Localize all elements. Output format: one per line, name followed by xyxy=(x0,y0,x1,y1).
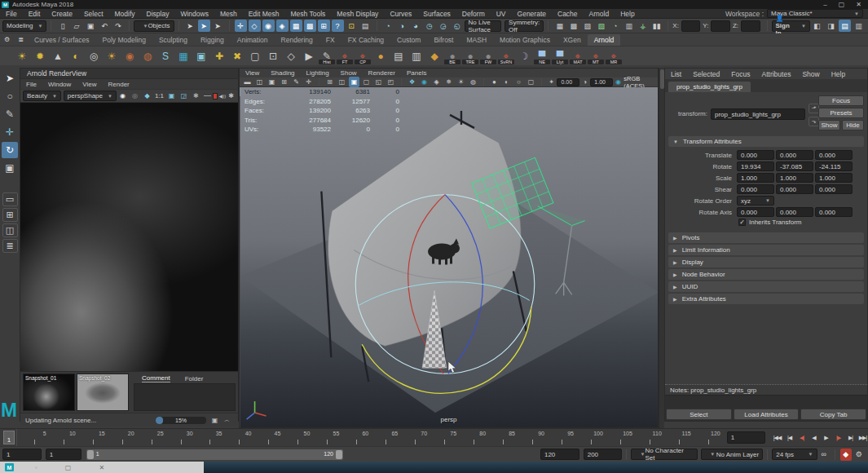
menu-item[interactable]: Edit xyxy=(23,10,46,18)
exposure-field[interactable]: 0.00 xyxy=(557,78,579,86)
exposure-icon[interactable]: ✦ xyxy=(547,77,556,87)
playback-button[interactable]: ▶▶| xyxy=(857,432,868,444)
render-icon[interactable]: ▮▮ xyxy=(650,20,663,32)
viewport-tool-icon[interactable]: ◫ xyxy=(254,77,265,87)
menu-item[interactable]: Mesh xyxy=(214,10,243,18)
playback-button[interactable]: ◀| xyxy=(796,432,807,444)
shelf-tab[interactable]: Arnold xyxy=(588,34,621,46)
snap-icon[interactable]: ◇ xyxy=(249,20,261,32)
shelf-tool-icon[interactable]: ◎ xyxy=(86,48,102,64)
layout-button[interactable]: ▭ xyxy=(2,192,18,206)
tool-icon[interactable]: ▣ xyxy=(2,160,18,176)
snap-icon[interactable]: ▦ xyxy=(290,20,302,32)
focus-button[interactable]: Focus xyxy=(818,95,864,106)
value-x-field[interactable]: 19.934 xyxy=(737,161,774,171)
menu-item[interactable]: Generate xyxy=(512,10,552,18)
save-image-icon[interactable]: ▣ xyxy=(209,415,220,426)
layout-button[interactable]: ≣ xyxy=(2,239,18,253)
attribute-editor-menu-item[interactable]: Selected xyxy=(687,70,725,78)
select-mode-icon[interactable]: ➤ xyxy=(198,20,210,32)
camera-tool-icon[interactable]: ◰ xyxy=(386,77,396,87)
copy-tab-button[interactable]: Copy Tab xyxy=(800,409,866,420)
playback-button[interactable]: |◀ xyxy=(784,432,795,444)
renderview-menu-item[interactable]: File xyxy=(20,81,42,88)
timeline-tick[interactable]: 70 xyxy=(398,429,427,446)
renderview-tool-icon[interactable]: ◉ xyxy=(117,91,128,101)
value-z-field[interactable]: 1.000 xyxy=(815,173,853,183)
collapsed-section-header[interactable]: ▶Pivots xyxy=(668,232,864,243)
menu-item[interactable]: Create xyxy=(46,10,78,18)
shelf-tool-icon[interactable]: ◉ xyxy=(121,48,138,64)
shelf-tab[interactable]: XGen xyxy=(557,34,588,46)
timeline-tick[interactable]: 105 xyxy=(603,429,632,446)
file-op-icon[interactable]: ↶ xyxy=(98,20,110,32)
attribute-editor-menu-item[interactable]: Show xyxy=(796,70,825,78)
comment-tab[interactable]: Folder xyxy=(185,375,204,382)
timeline-tick[interactable]: 50 xyxy=(280,429,310,446)
camera-tool-icon[interactable]: ▢ xyxy=(361,77,372,87)
character-set-dropdown[interactable]: ▼No Character Set xyxy=(631,449,698,460)
collapsed-section-header[interactable]: ▶Node Behavior xyxy=(668,269,864,280)
value-y-field[interactable]: 0.000 xyxy=(776,184,813,194)
shelf-tool-icon[interactable]: ☽ xyxy=(516,48,532,64)
renderview-menu-item[interactable]: Render xyxy=(103,81,135,88)
render-image[interactable] xyxy=(20,103,238,372)
shelf-tab[interactable]: Poly Modeling xyxy=(96,34,152,46)
snap-icon[interactable]: ▤ xyxy=(359,20,372,32)
value-z-field[interactable]: 0.000 xyxy=(815,150,853,160)
viewport-scrollbar[interactable] xyxy=(659,68,664,428)
current-frame-marker[interactable]: 1 xyxy=(3,431,15,444)
menu-item[interactable]: Edit Mesh xyxy=(243,10,285,18)
playback-button[interactable]: ▶| xyxy=(845,432,856,444)
shelf-tool-icon[interactable]: ⌖MAT xyxy=(570,48,586,64)
history-icon[interactable]: ◕ xyxy=(410,20,422,32)
shelf-tool-icon[interactable]: ⌖MR xyxy=(606,48,622,64)
shelf-tool-icon[interactable]: ▥ xyxy=(408,48,425,64)
timeline-tick[interactable]: 10 xyxy=(46,429,76,446)
selection-mask-dropdown[interactable]: ▼Objects xyxy=(134,20,174,32)
shelf-tool-icon[interactable]: ▤ xyxy=(390,48,407,64)
attribute-editor-menu-item[interactable]: Attributes xyxy=(756,70,796,78)
timeline-tick[interactable]: 110 xyxy=(632,429,662,446)
renderview-menu-item[interactable]: View xyxy=(77,81,102,88)
menu-item[interactable]: Mesh Tools xyxy=(285,10,332,18)
viewport-menu-item[interactable]: Shading xyxy=(265,69,300,77)
shelf-tool-icon[interactable]: ◇ xyxy=(283,48,299,64)
shelf-tool-icon[interactable]: ●BE xyxy=(444,48,460,64)
value-x-field[interactable]: 0.000 xyxy=(737,184,774,194)
hide-button[interactable]: Hide xyxy=(842,120,864,130)
renderview-tool-icon[interactable]: ▣ xyxy=(166,91,177,101)
renderview-tool-icon[interactable]: 1:1 xyxy=(154,91,165,101)
shelf-tool-icon[interactable]: ◐ xyxy=(68,48,84,64)
viewport-menu-item[interactable]: Show xyxy=(335,69,363,77)
shelf-tab[interactable]: Curves / Surfaces xyxy=(28,34,96,46)
close-button[interactable]: ✕ xyxy=(856,1,861,8)
renderview-tool-icon[interactable]: ✱ xyxy=(191,91,201,101)
shelf-tool-icon[interactable]: ▦ xyxy=(175,48,192,64)
playback-end-field[interactable]: 120 xyxy=(540,449,579,460)
shading-tool-icon[interactable]: ✵ xyxy=(443,77,454,87)
renderview-tool-icon[interactable]: ◆ xyxy=(142,91,152,101)
select-mode-icon[interactable]: ➤ xyxy=(212,20,224,32)
tool-icon[interactable]: ✎ xyxy=(2,106,18,122)
menu-item[interactable]: Mesh Display xyxy=(331,10,384,18)
viewport-menu-item[interactable]: Panels xyxy=(401,69,432,77)
shelf-tab[interactable]: Rigging xyxy=(194,34,231,46)
timeline-tick[interactable]: 30 xyxy=(164,429,193,446)
lighting-tool-icon[interactable]: ▢ xyxy=(526,77,536,87)
timeline-tick[interactable]: 100 xyxy=(574,429,603,446)
viewport-menu-item[interactable]: Lighting xyxy=(301,69,335,77)
menu-item[interactable]: File xyxy=(0,10,23,18)
render-icon[interactable]: ⚶ xyxy=(637,20,649,32)
menu-set-dropdown[interactable]: Modeling▼ xyxy=(2,20,46,32)
shelf-tab[interactable]: MASH xyxy=(460,34,493,46)
current-frame-field[interactable]: 1 xyxy=(727,431,765,444)
timeline-tick[interactable]: 75 xyxy=(427,429,456,446)
select-mode-icon[interactable]: ➤ xyxy=(184,20,196,32)
history-icon[interactable]: ◶ xyxy=(438,20,450,32)
shading-tool-icon[interactable]: ❖ xyxy=(407,77,417,87)
shelf-menu-icon[interactable]: ≣ xyxy=(15,33,27,46)
perspective-viewport[interactable]: ViewShadingLightingShowRendererPanels ▬◫… xyxy=(239,68,659,428)
render-icon[interactable]: ▨ xyxy=(581,20,593,32)
viewport-menu-item[interactable]: Renderer xyxy=(363,69,401,77)
